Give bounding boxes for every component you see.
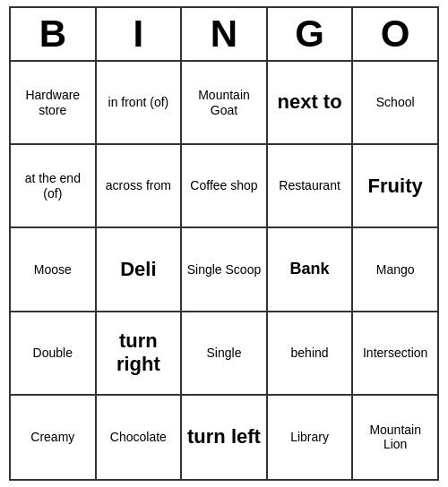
bingo-cell-1-3: Restaurant [268, 145, 354, 228]
bingo-cell-4-0: Creamy [11, 396, 97, 479]
bingo-cell-2-0: Moose [11, 228, 97, 312]
header-letter-I: I [97, 8, 183, 62]
header-letter-N: N [182, 8, 268, 62]
header-letter-O: O [353, 8, 437, 62]
bingo-card: BINGO Hardware storein front (of)Mountai… [9, 6, 439, 481]
bingo-cell-4-2: turn left [182, 396, 268, 479]
bingo-cell-2-4: Mango [353, 228, 437, 312]
bingo-cell-0-3: next to [268, 62, 354, 145]
bingo-cell-1-0: at the end (of) [11, 145, 97, 228]
bingo-cell-2-2: Single Scoop [182, 228, 268, 312]
bingo-cell-3-1: turn right [97, 312, 183, 396]
bingo-row-2: MooseDeliSingle ScoopBankMango [11, 228, 437, 312]
bingo-row-1: at the end (of)across fromCoffee shopRes… [11, 145, 437, 228]
bingo-cell-3-2: Single [182, 312, 268, 396]
bingo-row-3: Doubleturn rightSinglebehindIntersection [11, 312, 437, 396]
bingo-row-0: Hardware storein front (of)Mountain Goat… [11, 62, 437, 145]
bingo-cell-4-4: Mountain Lion [353, 396, 437, 479]
bingo-grid: Hardware storein front (of)Mountain Goat… [11, 62, 437, 479]
header-letter-G: G [268, 8, 354, 62]
header-letter-B: B [11, 8, 97, 62]
bingo-cell-3-3: behind [268, 312, 354, 396]
bingo-cell-4-3: Library [268, 396, 354, 479]
bingo-header: BINGO [11, 8, 437, 62]
bingo-cell-3-0: Double [11, 312, 97, 396]
bingo-cell-1-4: Fruity [353, 145, 437, 228]
bingo-cell-0-0: Hardware store [11, 62, 97, 145]
bingo-cell-1-2: Coffee shop [182, 145, 268, 228]
bingo-cell-0-4: School [353, 62, 437, 145]
bingo-cell-0-1: in front (of) [97, 62, 183, 145]
bingo-cell-1-1: across from [97, 145, 183, 228]
bingo-cell-4-1: Chocolate [97, 396, 183, 479]
bingo-cell-0-2: Mountain Goat [182, 62, 268, 145]
bingo-cell-2-1: Deli [97, 228, 183, 312]
bingo-row-4: CreamyChocolateturn leftLibraryMountain … [11, 396, 437, 479]
bingo-cell-2-3: Bank [268, 228, 354, 312]
bingo-cell-3-4: Intersection [353, 312, 437, 396]
